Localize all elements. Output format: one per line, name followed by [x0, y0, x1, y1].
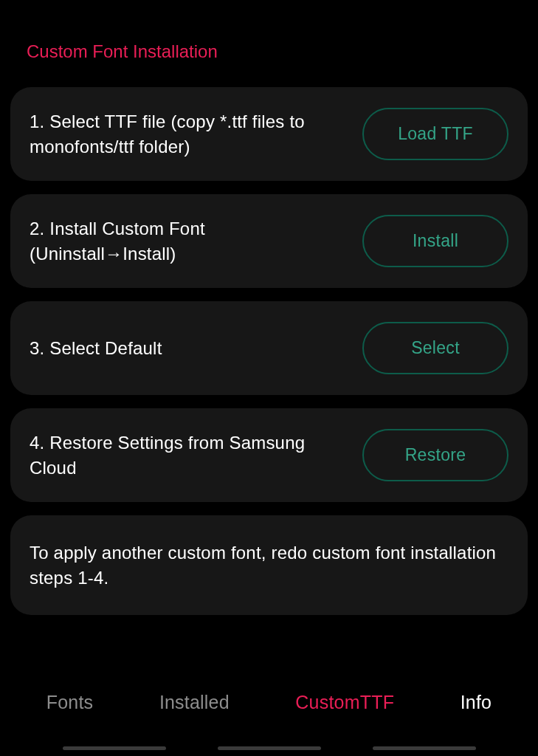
step-card-1: 1. Select TTF file (copy *.ttf files to …: [10, 87, 528, 181]
info-card: To apply another custom font, redo custo…: [10, 515, 528, 615]
step-text-3: 3. Select Default: [30, 336, 351, 361]
load-ttf-button[interactable]: Load TTF: [362, 108, 508, 160]
install-button[interactable]: Install: [362, 215, 508, 267]
gesture-bar: [0, 746, 538, 750]
section-title: Custom Font Installation: [10, 0, 528, 87]
step-card-4: 4. Restore Settings from Samsung Cloud R…: [10, 408, 528, 502]
restore-button[interactable]: Restore: [362, 429, 508, 481]
step-text-1: 1. Select TTF file (copy *.ttf files to …: [30, 109, 351, 159]
info-text: To apply another custom font, redo custo…: [30, 540, 508, 590]
step-card-2: 2. Install Custom Font (Uninstall→Instal…: [10, 194, 528, 288]
nav-installed[interactable]: Installed: [159, 692, 230, 713]
step-text-2: 2. Install Custom Font (Uninstall→Instal…: [30, 216, 351, 266]
gesture-segment: [373, 746, 476, 750]
nav-fonts[interactable]: Fonts: [46, 692, 94, 713]
gesture-segment: [63, 746, 166, 750]
step-text-4: 4. Restore Settings from Samsung Cloud: [30, 430, 351, 480]
step-card-3: 3. Select Default Select: [10, 301, 528, 395]
nav-info[interactable]: Info: [461, 692, 492, 713]
gesture-segment: [218, 746, 321, 750]
select-button[interactable]: Select: [362, 322, 508, 374]
bottom-nav: Fonts Installed CustomTTF Info: [0, 677, 538, 731]
nav-customttf[interactable]: CustomTTF: [295, 692, 394, 713]
